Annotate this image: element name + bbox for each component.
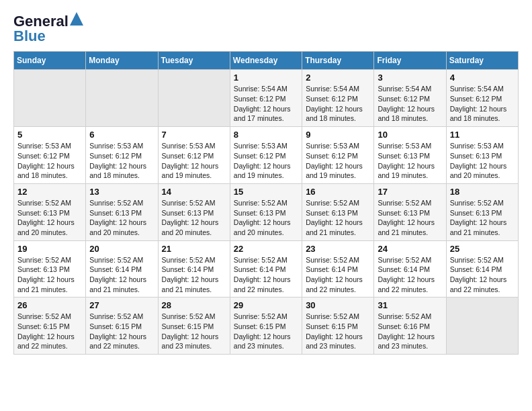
- day-info: Sunrise: 5:52 AM Sunset: 6:15 PM Dayligh…: [306, 312, 370, 351]
- day-number: 15: [234, 187, 298, 197]
- day-number: 23: [306, 244, 370, 254]
- day-number: 1: [234, 73, 298, 83]
- day-cell: 22Sunrise: 5:52 AM Sunset: 6:14 PM Dayli…: [230, 240, 302, 298]
- day-number: 8: [234, 130, 298, 140]
- day-number: 11: [450, 130, 515, 140]
- day-number: 28: [162, 300, 226, 310]
- calendar-table: SundayMondayTuesdayWednesdayThursdayFrid…: [13, 51, 519, 355]
- day-cell: [86, 70, 158, 127]
- day-number: 30: [306, 300, 370, 310]
- day-number: 14: [162, 187, 226, 197]
- day-info: Sunrise: 5:52 AM Sunset: 6:14 PM Dayligh…: [306, 255, 370, 295]
- day-cell: 4Sunrise: 5:54 AM Sunset: 6:12 PM Daylig…: [446, 70, 518, 127]
- day-number: 26: [17, 300, 82, 310]
- day-cell: 13Sunrise: 5:52 AM Sunset: 6:13 PM Dayli…: [86, 183, 158, 240]
- day-cell: 12Sunrise: 5:52 AM Sunset: 6:13 PM Dayli…: [14, 183, 86, 240]
- day-number: 16: [306, 187, 370, 197]
- day-number: 21: [162, 244, 226, 254]
- day-number: 9: [306, 130, 370, 140]
- day-cell: 14Sunrise: 5:52 AM Sunset: 6:13 PM Dayli…: [158, 183, 230, 240]
- day-number: 27: [89, 300, 154, 310]
- week-row-2: 5Sunrise: 5:53 AM Sunset: 6:12 PM Daylig…: [14, 127, 519, 184]
- day-cell: 24Sunrise: 5:52 AM Sunset: 6:14 PM Dayli…: [374, 240, 446, 298]
- day-info: Sunrise: 5:52 AM Sunset: 6:15 PM Dayligh…: [17, 312, 82, 351]
- day-info: Sunrise: 5:53 AM Sunset: 6:12 PM Dayligh…: [234, 141, 298, 181]
- day-info: Sunrise: 5:52 AM Sunset: 6:13 PM Dayligh…: [234, 198, 298, 238]
- day-cell: [158, 70, 230, 127]
- day-cell: 19Sunrise: 5:52 AM Sunset: 6:13 PM Dayli…: [14, 240, 86, 298]
- header-wednesday: Wednesday: [230, 52, 302, 70]
- header-saturday: Saturday: [446, 52, 518, 70]
- day-number: 25: [450, 244, 515, 254]
- page-header: General Blue: [13, 13, 519, 44]
- day-info: Sunrise: 5:52 AM Sunset: 6:13 PM Dayligh…: [306, 198, 370, 238]
- day-cell: 25Sunrise: 5:52 AM Sunset: 6:14 PM Dayli…: [446, 240, 518, 298]
- day-info: Sunrise: 5:52 AM Sunset: 6:14 PM Dayligh…: [234, 255, 298, 295]
- svg-marker-0: [70, 12, 83, 26]
- day-number: 4: [450, 73, 515, 83]
- day-number: 2: [306, 73, 370, 83]
- calendar-header-row: SundayMondayTuesdayWednesdayThursdayFrid…: [14, 52, 519, 70]
- day-info: Sunrise: 5:52 AM Sunset: 6:13 PM Dayligh…: [378, 198, 442, 238]
- logo: General Blue: [13, 13, 83, 44]
- day-info: Sunrise: 5:53 AM Sunset: 6:12 PM Dayligh…: [17, 141, 82, 181]
- day-cell: 7Sunrise: 5:53 AM Sunset: 6:12 PM Daylig…: [158, 127, 230, 184]
- day-info: Sunrise: 5:52 AM Sunset: 6:13 PM Dayligh…: [89, 198, 154, 238]
- day-info: Sunrise: 5:54 AM Sunset: 6:12 PM Dayligh…: [450, 84, 515, 124]
- header-sunday: Sunday: [14, 52, 86, 70]
- day-cell: 28Sunrise: 5:52 AM Sunset: 6:15 PM Dayli…: [158, 298, 230, 355]
- header-tuesday: Tuesday: [158, 52, 230, 70]
- day-number: 29: [234, 300, 298, 310]
- day-info: Sunrise: 5:52 AM Sunset: 6:14 PM Dayligh…: [378, 255, 442, 295]
- day-info: Sunrise: 5:53 AM Sunset: 6:13 PM Dayligh…: [378, 141, 442, 181]
- header-monday: Monday: [86, 52, 158, 70]
- day-info: Sunrise: 5:52 AM Sunset: 6:13 PM Dayligh…: [450, 198, 515, 238]
- day-cell: 30Sunrise: 5:52 AM Sunset: 6:15 PM Dayli…: [302, 298, 374, 355]
- logo-icon: [70, 12, 83, 26]
- day-info: Sunrise: 5:52 AM Sunset: 6:14 PM Dayligh…: [450, 255, 515, 295]
- day-cell: [446, 298, 518, 355]
- day-number: 31: [378, 300, 442, 310]
- day-cell: 23Sunrise: 5:52 AM Sunset: 6:14 PM Dayli…: [302, 240, 374, 298]
- day-cell: 21Sunrise: 5:52 AM Sunset: 6:14 PM Dayli…: [158, 240, 230, 298]
- day-cell: 16Sunrise: 5:52 AM Sunset: 6:13 PM Dayli…: [302, 183, 374, 240]
- day-info: Sunrise: 5:53 AM Sunset: 6:12 PM Dayligh…: [162, 141, 226, 181]
- week-row-5: 26Sunrise: 5:52 AM Sunset: 6:15 PM Dayli…: [14, 298, 519, 355]
- day-info: Sunrise: 5:54 AM Sunset: 6:12 PM Dayligh…: [378, 84, 442, 124]
- day-number: 22: [234, 244, 298, 254]
- day-info: Sunrise: 5:52 AM Sunset: 6:15 PM Dayligh…: [89, 312, 154, 351]
- day-number: 10: [378, 130, 442, 140]
- day-number: 5: [17, 130, 82, 140]
- day-cell: 17Sunrise: 5:52 AM Sunset: 6:13 PM Dayli…: [374, 183, 446, 240]
- day-cell: 6Sunrise: 5:53 AM Sunset: 6:12 PM Daylig…: [86, 127, 158, 184]
- day-cell: 20Sunrise: 5:52 AM Sunset: 6:14 PM Dayli…: [86, 240, 158, 298]
- day-cell: 29Sunrise: 5:52 AM Sunset: 6:15 PM Dayli…: [230, 298, 302, 355]
- day-number: 7: [162, 130, 226, 140]
- day-info: Sunrise: 5:53 AM Sunset: 6:13 PM Dayligh…: [450, 141, 515, 181]
- logo-text-blue: Blue: [13, 28, 46, 44]
- day-cell: 2Sunrise: 5:54 AM Sunset: 6:12 PM Daylig…: [302, 70, 374, 127]
- day-info: Sunrise: 5:52 AM Sunset: 6:14 PM Dayligh…: [162, 255, 226, 295]
- day-number: 3: [378, 73, 442, 83]
- header-friday: Friday: [374, 52, 446, 70]
- week-row-4: 19Sunrise: 5:52 AM Sunset: 6:13 PM Dayli…: [14, 240, 519, 298]
- day-info: Sunrise: 5:52 AM Sunset: 6:13 PM Dayligh…: [17, 198, 82, 238]
- day-number: 20: [89, 244, 154, 254]
- day-cell: 9Sunrise: 5:53 AM Sunset: 6:12 PM Daylig…: [302, 127, 374, 184]
- week-row-1: 1Sunrise: 5:54 AM Sunset: 6:12 PM Daylig…: [14, 70, 519, 127]
- day-info: Sunrise: 5:52 AM Sunset: 6:13 PM Dayligh…: [17, 255, 82, 295]
- day-cell: 15Sunrise: 5:52 AM Sunset: 6:13 PM Dayli…: [230, 183, 302, 240]
- day-number: 6: [89, 130, 154, 140]
- day-info: Sunrise: 5:54 AM Sunset: 6:12 PM Dayligh…: [306, 84, 370, 124]
- day-number: 19: [17, 244, 82, 254]
- day-cell: [14, 70, 86, 127]
- day-info: Sunrise: 5:54 AM Sunset: 6:12 PM Dayligh…: [234, 84, 298, 124]
- day-cell: 18Sunrise: 5:52 AM Sunset: 6:13 PM Dayli…: [446, 183, 518, 240]
- day-cell: 26Sunrise: 5:52 AM Sunset: 6:15 PM Dayli…: [14, 298, 86, 355]
- header-thursday: Thursday: [302, 52, 374, 70]
- day-number: 12: [17, 187, 82, 197]
- week-row-3: 12Sunrise: 5:52 AM Sunset: 6:13 PM Dayli…: [14, 183, 519, 240]
- day-number: 13: [89, 187, 154, 197]
- day-cell: 10Sunrise: 5:53 AM Sunset: 6:13 PM Dayli…: [374, 127, 446, 184]
- day-number: 18: [450, 187, 515, 197]
